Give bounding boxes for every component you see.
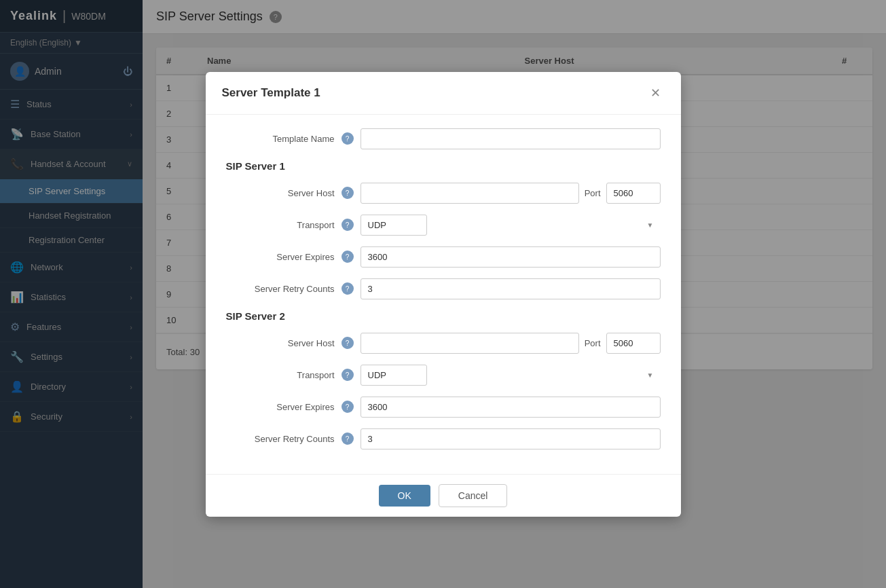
server1-expires-input[interactable]	[361, 246, 661, 268]
server2-expires-label: Server Expires	[226, 402, 335, 412]
server2-retry-help-icon[interactable]: ?	[342, 433, 354, 445]
template-name-row: Template Name ?	[226, 128, 661, 149]
server2-expires-row: Server Expires ?	[226, 397, 661, 418]
server1-retry-input[interactable]	[361, 278, 661, 299]
server2-retry-label: Server Retry Counts	[226, 434, 335, 444]
server2-host-label: Server Host	[226, 338, 335, 348]
server2-host-input[interactable]	[361, 333, 579, 354]
server1-transport-help-icon[interactable]: ?	[342, 219, 354, 231]
server2-transport-label: Transport	[226, 370, 335, 380]
server2-port-label: Port	[585, 338, 601, 348]
server2-host-row: Server Host ? Port	[226, 333, 661, 354]
server2-transport-help-icon[interactable]: ?	[342, 369, 354, 381]
server2-expires-input[interactable]	[361, 397, 661, 418]
server1-expires-label: Server Expires	[226, 252, 335, 262]
server2-port-input[interactable]	[606, 333, 661, 354]
modal-header: Server Template 1 ✕	[206, 72, 681, 115]
template-name-label: Template Name	[226, 134, 335, 144]
server2-expires-help-icon[interactable]: ?	[342, 401, 354, 413]
template-name-help-icon[interactable]: ?	[342, 132, 354, 145]
server2-transport-select[interactable]: UDP TCP TLS DNS-NAPTR	[361, 365, 427, 386]
server1-host-input[interactable]	[361, 183, 579, 204]
server1-port-input[interactable]	[606, 183, 661, 204]
server1-transport-select[interactable]: UDP TCP TLS DNS-NAPTR	[361, 215, 427, 236]
server1-host-row: Server Host ? Port	[226, 183, 661, 204]
template-name-input[interactable]	[361, 128, 661, 149]
modal-overlay[interactable]: Server Template 1 ✕ Template Name ? SIP …	[0, 0, 886, 588]
server1-transport-label: Transport	[226, 220, 335, 230]
server1-retry-row: Server Retry Counts ?	[226, 278, 661, 299]
server2-host-help-icon[interactable]: ?	[342, 337, 354, 349]
server1-retry-label: Server Retry Counts	[226, 284, 335, 294]
server1-transport-row: Transport ? UDP TCP TLS DNS-NAPTR	[226, 215, 661, 236]
modal-dialog: Server Template 1 ✕ Template Name ? SIP …	[206, 72, 681, 517]
server1-host-help-icon[interactable]: ?	[342, 187, 354, 199]
ok-button[interactable]: OK	[379, 485, 430, 507]
server1-host-label: Server Host	[226, 188, 335, 198]
modal-body: Template Name ? SIP Server 1 Server Host…	[206, 115, 681, 474]
server1-retry-help-icon[interactable]: ?	[342, 282, 354, 295]
server1-expires-help-icon[interactable]: ?	[342, 251, 354, 263]
server2-transport-row: Transport ? UDP TCP TLS DNS-NAPTR	[226, 365, 661, 386]
sip-server-2-title: SIP Server 2	[226, 310, 661, 322]
cancel-button[interactable]: Cancel	[439, 484, 508, 507]
server1-port-label: Port	[585, 188, 601, 198]
server2-retry-input[interactable]	[361, 428, 661, 449]
server1-expires-row: Server Expires ?	[226, 246, 661, 268]
modal-close-button[interactable]: ✕	[647, 84, 665, 102]
sip-server-1-title: SIP Server 1	[226, 160, 661, 172]
server2-retry-row: Server Retry Counts ?	[226, 428, 661, 449]
modal-footer: OK Cancel	[206, 474, 681, 517]
modal-title: Server Template 1	[222, 86, 320, 100]
